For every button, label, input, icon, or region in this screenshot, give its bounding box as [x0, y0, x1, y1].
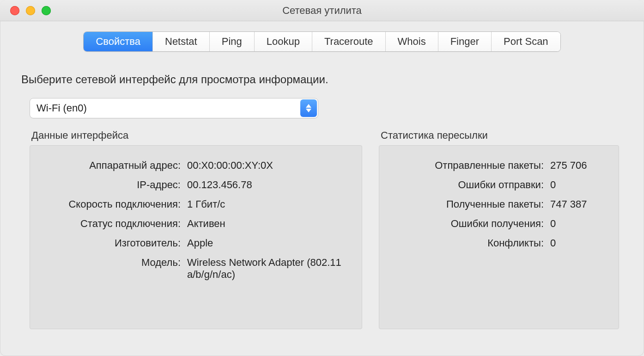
- panels: Данные интерфейса Аппаратный адрес: 00:X…: [30, 129, 624, 329]
- value-link-speed: 1 Гбит/с: [181, 198, 225, 210]
- row-hw-address: Аппаратный адрес: 00:X0:00:00:XY:0X: [42, 156, 350, 175]
- svg-marker-1: [306, 109, 311, 112]
- interface-select[interactable]: Wi-Fi (en0): [30, 98, 318, 118]
- value-model: Wireless Network Adapter (802.11 a/b/g/n…: [181, 257, 350, 281]
- traffic-lights: [0, 6, 51, 15]
- transfer-stats-panel: Статистика пересылки Отправленные пакеты…: [379, 129, 619, 329]
- value-hw-address: 00:X0:00:00:XY:0X: [181, 160, 273, 172]
- window-title: Сетевая утилита: [0, 5, 644, 17]
- tab-lookup[interactable]: Lookup: [255, 32, 312, 51]
- tab-whois[interactable]: Whois: [386, 32, 438, 51]
- label-recv-errors: Ошибки получения:: [391, 218, 544, 230]
- label-model: Модель:: [42, 257, 181, 269]
- minimize-button[interactable]: [26, 6, 35, 15]
- value-sent-packets: 275 706: [544, 160, 587, 172]
- value-vendor: Apple: [181, 237, 213, 249]
- label-hw-address: Аппаратный адрес:: [42, 160, 181, 172]
- transfer-stats-title: Статистика пересылки: [381, 129, 619, 141]
- row-model: Модель: Wireless Network Adapter (802.11…: [42, 253, 350, 284]
- label-recv-packets: Полученные пакеты:: [391, 198, 544, 210]
- value-link-status: Активен: [181, 218, 225, 230]
- label-collisions: Конфликты:: [391, 237, 544, 249]
- zoom-button[interactable]: [42, 6, 51, 15]
- value-send-errors: 0: [544, 179, 556, 191]
- row-collisions: Конфликты: 0: [391, 233, 607, 253]
- value-recv-packets: 747 387: [544, 198, 587, 210]
- interface-select-value: Wi-Fi (en0): [30, 98, 318, 118]
- label-link-speed: Скорость подключения:: [42, 198, 181, 210]
- row-recv-errors: Ошибки получения: 0: [391, 214, 607, 233]
- close-button[interactable]: [10, 6, 19, 15]
- tab-finger[interactable]: Finger: [438, 32, 492, 51]
- row-send-errors: Ошибки отправки: 0: [391, 175, 607, 195]
- value-recv-errors: 0: [544, 218, 556, 230]
- transfer-stats-box: Отправленные пакеты: 275 706 Ошибки отпр…: [379, 145, 619, 329]
- label-ip-address: IP-адрес:: [42, 179, 181, 191]
- row-link-status: Статус подключения: Активен: [42, 214, 350, 233]
- row-link-speed: Скорость подключения: 1 Гбит/с: [42, 195, 350, 214]
- content: Выберите сетевой интерфейс для просмотра…: [0, 56, 644, 343]
- value-ip-address: 00.123.456.78: [181, 179, 252, 191]
- row-recv-packets: Полученные пакеты: 747 387: [391, 195, 607, 214]
- interface-info-title: Данные интерфейса: [31, 129, 362, 141]
- tab-ping[interactable]: Ping: [210, 32, 255, 51]
- tabs-row: Свойства Netstat Ping Lookup Traceroute …: [0, 21, 644, 56]
- value-collisions: 0: [544, 237, 556, 249]
- tab-netstat[interactable]: Netstat: [153, 32, 210, 51]
- row-sent-packets: Отправленные пакеты: 275 706: [391, 156, 607, 175]
- tab-traceroute[interactable]: Traceroute: [312, 32, 386, 51]
- tab-info[interactable]: Свойства: [84, 32, 153, 51]
- window: Сетевая утилита Свойства Netstat Ping Lo…: [0, 0, 644, 356]
- tab-portscan[interactable]: Port Scan: [492, 32, 560, 51]
- label-sent-packets: Отправленные пакеты:: [391, 160, 544, 172]
- svg-marker-0: [306, 104, 311, 108]
- tabs: Свойства Netstat Ping Lookup Traceroute …: [83, 31, 560, 52]
- interface-info-box: Аппаратный адрес: 00:X0:00:00:XY:0X IP-а…: [30, 145, 362, 329]
- label-vendor: Изготовитель:: [42, 237, 181, 249]
- label-send-errors: Ошибки отправки:: [391, 179, 544, 191]
- row-vendor: Изготовитель: Apple: [42, 233, 350, 253]
- row-ip-address: IP-адрес: 00.123.456.78: [42, 175, 350, 195]
- label-link-status: Статус подключения:: [42, 218, 181, 230]
- chevrons-updown-icon: [300, 99, 317, 117]
- interface-info-panel: Данные интерфейса Аппаратный адрес: 00:X…: [30, 129, 362, 329]
- instruction-text: Выберите сетевой интерфейс для просмотра…: [21, 73, 624, 86]
- titlebar: Сетевая утилита: [0, 0, 644, 21]
